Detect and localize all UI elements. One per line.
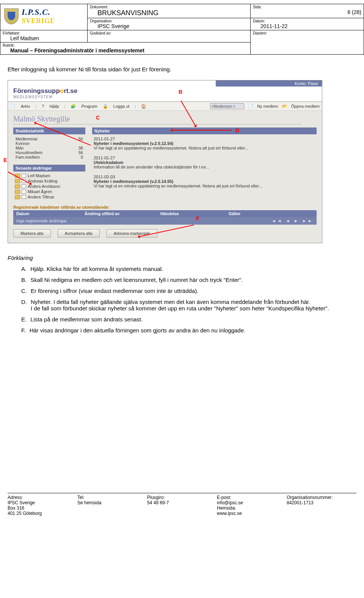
menu-ny-medlem[interactable]: Ny medlem <box>257 104 278 109</box>
stat-val: 56 <box>78 150 83 155</box>
rubrik-cell: Rubrik: Manual – Föreningsadministratör … <box>0 42 251 55</box>
fs-sub: MEDLEMSSYSTEM <box>13 95 317 99</box>
footer-col-pg: Plusgiro: 54 49 89-7 <box>147 495 217 516</box>
menu-oppna-medlem[interactable]: Öppna medlem <box>291 104 320 109</box>
gille-title: Malmö Skyttegille <box>13 115 317 123</box>
mark-all-button[interactable]: Markera alla <box>13 229 51 238</box>
list-name: Anders Tillmar <box>28 195 54 199</box>
doc-header-table: I.P.S.C. SVERIGE Dokument: BRUKSANVISNIN… <box>0 4 364 55</box>
list-item[interactable]: Leif Madsen <box>14 173 85 178</box>
rubrik-label: Rubrik: <box>3 43 248 47</box>
news-item: 2011-02-03 Nyheter i medlemssystemet (v.… <box>92 172 317 191</box>
hem-val: www.ipsc.se <box>217 511 287 516</box>
stat-val: 38 <box>78 146 83 150</box>
unmark-all-button[interactable]: Avmarkera alla <box>58 229 100 238</box>
fk-body: Nyheter. I detta fall nyheter gällande s… <box>31 299 329 312</box>
dokument-value: BRUKSANVISNING <box>90 9 248 17</box>
news-date: 2011-01-27 <box>94 156 315 160</box>
stat-key: Kvinnor <box>16 141 30 146</box>
godk-label: Godkänd av: <box>90 31 248 35</box>
fk-item: A.Hjälp. Klicka här för att komma åt sys… <box>21 266 349 272</box>
reg-header: Registrerade händelser utförda av utomst… <box>13 205 317 209</box>
fk-tag: B. <box>21 277 27 283</box>
org-value: IPSC Sverige <box>90 23 248 29</box>
folder-icon <box>15 195 20 199</box>
news-item: 2011-01-27 Nyheter i medlemssystemet (v.… <box>92 134 317 153</box>
footer-col-org: Organisationsnummer: 842001-1713 <box>287 495 356 516</box>
fk-item: B.Skall Ni redigera en medlem och vet li… <box>21 277 349 283</box>
menubar: 📄 Arkiv | ? Hjälp | 🧩 Program 🔒 Logga ut… <box>8 102 322 111</box>
th-handelse: Händelse <box>157 210 226 217</box>
program-icon: 🧩 <box>71 104 76 109</box>
folder-icon <box>15 190 20 194</box>
footer-col-adr: Adress: IPSC Sverige Box 316 401 25 Göte… <box>8 495 77 516</box>
folder-icon <box>15 179 20 183</box>
footer-col-ep: E-post: info@ipsc.se Hemsida: www.ipsc.s… <box>217 495 287 516</box>
archive-button[interactable]: Arkivera markerade <box>107 229 157 238</box>
news-body: Vi har lagt ut en uppdatering av medlems… <box>94 146 315 150</box>
news-title: Nyheter i medlemssystemet (v.2.5.14.55) <box>94 179 315 184</box>
sida-label: Sida: <box>253 5 361 9</box>
forf-label: Författare: <box>3 31 85 35</box>
search-input[interactable] <box>210 103 244 109</box>
forf-value: Leif Madsen <box>3 35 85 41</box>
footer-col-tel: Tel: Se hemsida <box>77 495 147 516</box>
sida-value: 6 (28) <box>253 9 361 15</box>
konto-bar: Konto: Pisse <box>216 80 322 87</box>
stat-key: Män <box>16 146 24 150</box>
home-icon[interactable]: 🏠 <box>141 104 146 109</box>
diarie-cell: Diarienr: <box>251 30 364 55</box>
table-header: Datum Ändring utförd av Händelse Gäller <box>13 210 317 217</box>
letter-c: C <box>96 115 100 121</box>
nyheter-header: Nyheter <box>92 127 317 134</box>
name-list: Leif Madsen Andreas Kräling Anders Arvid… <box>13 172 85 201</box>
forf-cell: Författare: Leif Madsen <box>0 30 88 42</box>
datum-value: 2011-11-22 <box>253 23 361 29</box>
card-icon <box>22 190 26 194</box>
org-cell: Organisation: IPSC Sverige <box>88 18 251 30</box>
menu-logga-ut[interactable]: Logga ut <box>113 104 130 109</box>
fk-tag: C. <box>21 288 27 294</box>
app-body: B C D E F Malmö Skyttegille Snabbstatist… <box>8 111 322 243</box>
fk-item: C.Er förening i siffror (visar endast me… <box>21 288 349 294</box>
pager[interactable]: ◄◄ ◄ ► ►► <box>272 219 314 223</box>
fs-name-b: rt.se <box>64 87 77 94</box>
news-title: Utskicksdatum <box>94 160 315 165</box>
news-date: 2011-01-27 <box>94 137 315 141</box>
th-galler: Gäller <box>226 210 317 217</box>
forklaring-heading: Förklaring <box>8 255 356 261</box>
list-item[interactable]: Anders Arvidsson <box>14 184 85 189</box>
menu-program[interactable]: Program <box>81 104 97 109</box>
fs-logo: Föreningssupport.se <box>13 87 317 95</box>
th-datum: Datum <box>13 210 82 217</box>
list-item[interactable]: Anders Tillmar <box>14 194 85 200</box>
fk-body: Er förening i siffror (visar endast medl… <box>31 288 198 294</box>
app-screenshot: Konto: Pisse Föreningssupport.se MEDLEMS… <box>8 80 322 243</box>
list-name: Leif Madsen <box>28 173 50 178</box>
adr3: 401 25 Göteborg <box>8 511 77 516</box>
adr-label: Adress: <box>8 495 77 500</box>
rubrik-value: Manual – Föreningsadministratör i medlem… <box>3 47 248 54</box>
menu-arkiv[interactable]: Arkiv <box>21 104 30 109</box>
card-icon <box>22 174 26 178</box>
open-member-icon: 📂 <box>282 104 287 109</box>
logout-icon: 🔒 <box>103 104 108 109</box>
list-item[interactable]: Mikael Ågren <box>14 189 85 194</box>
empty-row: Inga registrerade ändringar. ◄◄ ◄ ► ►► <box>13 217 317 225</box>
menu-hjalp[interactable]: Hjälp <box>49 104 59 109</box>
help-icon: ? <box>42 104 44 109</box>
dokument-label: Dokument: <box>90 5 248 9</box>
new-member-icon: 📄 <box>248 104 253 109</box>
pg-val: 54 49 89-7 <box>147 500 217 505</box>
card-icon <box>22 195 26 199</box>
ep-label: E-post: <box>217 495 287 500</box>
datum-label: Datum: <box>253 19 361 23</box>
stat-key: Huvudmedlem <box>16 150 42 155</box>
arkiv-icon: 📄 <box>10 104 16 109</box>
fk-item: E.Lista på de medlemmar som ändrats sena… <box>21 316 349 323</box>
th-andring: Ändring utförd av <box>82 210 157 217</box>
forklaring-list: A.Hjälp. Klicka här för att komma åt sys… <box>21 266 349 334</box>
fk-tag: A. <box>21 266 27 272</box>
dokument-cell: Dokument: BRUKSANVISNING <box>88 4 251 18</box>
adr1: IPSC Sverige <box>8 500 77 505</box>
